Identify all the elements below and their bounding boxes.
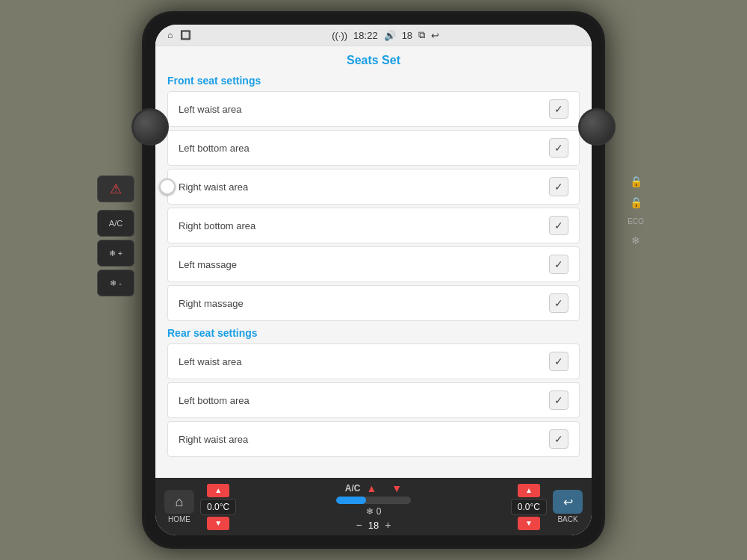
front-item-1-check: ✓ bbox=[549, 99, 568, 119]
front-item-left-bottom[interactable]: Left bottom area ✓ bbox=[167, 130, 580, 166]
front-item-right-massage[interactable]: Right massage ✓ bbox=[167, 285, 580, 321]
fan-value: 0 bbox=[376, 506, 382, 517]
front-item-2-check: ✓ bbox=[549, 138, 568, 158]
home-label: HOME bbox=[168, 515, 190, 523]
bottom-bar: ⌂ HOME ▲ 0.0°C ▼ A/C ▲ ▼ bbox=[155, 478, 592, 535]
ac-top-row: A/C ▲ ▼ bbox=[345, 482, 402, 494]
left-temp-display: 0.0°C bbox=[200, 499, 236, 515]
rear-item-2-wrapper: Left bottom area ✓ bbox=[167, 382, 580, 418]
left-side-controls: ⚠ A/C ❄ + ❄ - bbox=[97, 175, 134, 296]
left-temp-control: ▲ 0.0°C ▼ bbox=[200, 484, 236, 530]
ac-button[interactable]: A/C bbox=[97, 210, 134, 237]
lock-icon-1: 🔒 bbox=[630, 175, 642, 187]
front-item-3-wrapper: Right waist area ✓ bbox=[167, 169, 580, 205]
front-section-title: Front seat settings bbox=[167, 75, 580, 87]
rear-section-title: Rear seat settings bbox=[167, 327, 580, 339]
rear-item-left-waist[interactable]: Left waist area ✓ bbox=[167, 343, 580, 379]
fan-up-button[interactable]: ❄ + bbox=[97, 240, 134, 267]
right-knob[interactable] bbox=[578, 108, 616, 146]
page-title: Seats Set bbox=[167, 54, 580, 67]
left-temp-up-button[interactable]: ▲ bbox=[207, 484, 229, 497]
front-item-right-waist[interactable]: Right waist area ✓ bbox=[167, 169, 580, 205]
nav-status-icon: 🔲 bbox=[180, 30, 191, 40]
plus-button[interactable]: + bbox=[385, 519, 391, 531]
rear-item-3-label: Right waist area bbox=[179, 434, 248, 445]
front-item-4-check: ✓ bbox=[549, 216, 568, 235]
front-item-2-label: Left bottom area bbox=[179, 143, 249, 154]
front-item-4-label: Right bottom area bbox=[179, 220, 255, 231]
front-item-1-wrapper: Left waist area ✓ bbox=[167, 91, 580, 127]
right-temp-control: ▲ 0.0°C ▼ bbox=[511, 484, 547, 530]
front-item-2-wrapper: Left bottom area ✓ bbox=[167, 130, 580, 166]
ac-progress-bar bbox=[336, 497, 411, 504]
fan-down-icon: ❄ - bbox=[110, 279, 122, 288]
ac-label: A/C bbox=[109, 219, 123, 228]
front-item-5-wrapper: Left massage ✓ bbox=[167, 246, 580, 282]
front-item-right-bottom[interactable]: Right bottom area ✓ bbox=[167, 208, 580, 243]
screen-container: ⌂ 🔲 ((·)) 18:22 🔊 18 ⧉ ↩ Seats Set Front… bbox=[155, 25, 592, 535]
toggle-indicator bbox=[159, 178, 176, 195]
home-status-icon: ⌂ bbox=[167, 30, 173, 40]
front-item-3-label: Right waist area bbox=[179, 181, 248, 193]
main-content: Seats Set Front seat settings Left waist… bbox=[155, 46, 592, 478]
ac-down-arrow[interactable]: ▼ bbox=[391, 482, 402, 494]
front-item-5-label: Left massage bbox=[179, 259, 237, 270]
rear-item-left-bottom[interactable]: Left bottom area ✓ bbox=[167, 382, 580, 418]
rear-item-1-check: ✓ bbox=[549, 352, 568, 371]
right-temp-display: 0.0°C bbox=[511, 499, 547, 515]
rear-item-1-wrapper: Left waist area ✓ bbox=[167, 343, 580, 379]
rear-item-2-check: ✓ bbox=[549, 391, 568, 410]
left-temp-down-button[interactable]: ▼ bbox=[207, 517, 229, 530]
front-item-6-label: Right massage bbox=[179, 298, 244, 309]
back-button[interactable]: ↩ bbox=[553, 490, 583, 514]
front-item-1-label: Left waist area bbox=[179, 104, 242, 115]
home-button[interactable]: ⌂ bbox=[164, 490, 194, 514]
right-temp-down-button[interactable]: ▼ bbox=[518, 517, 540, 530]
temp-control: − 18 + bbox=[356, 519, 391, 531]
window-icon: ⧉ bbox=[418, 29, 425, 41]
home-button-group: ⌂ HOME bbox=[164, 490, 194, 523]
screen: ⌂ 🔲 ((·)) 18:22 🔊 18 ⧉ ↩ Seats Set Front… bbox=[155, 25, 592, 535]
rear-item-2-label: Left bottom area bbox=[179, 395, 249, 406]
ac-progress-fill bbox=[336, 497, 366, 504]
front-item-4-wrapper: Right bottom area ✓ bbox=[167, 208, 580, 243]
front-item-5-check: ✓ bbox=[549, 255, 568, 274]
fan-icon: ❄ bbox=[366, 506, 374, 517]
back-label: BACK bbox=[557, 515, 577, 523]
front-item-6-check: ✓ bbox=[549, 293, 568, 313]
lock-icon-2: 🔒 bbox=[630, 196, 642, 208]
front-item-6-wrapper: Right massage ✓ bbox=[167, 285, 580, 321]
ac-value: 18 bbox=[368, 520, 379, 531]
car-unit: ⚠ A/C ❄ + ❄ - 🔒 🔒 ECO ❄ ⌂ 🔲 (( bbox=[142, 11, 605, 549]
rear-item-3-wrapper: Right waist area ✓ bbox=[167, 421, 580, 457]
warning-icon: ⚠ bbox=[110, 181, 122, 197]
back-button-group: ↩ BACK bbox=[553, 490, 583, 523]
status-bar: ⌂ 🔲 ((·)) 18:22 🔊 18 ⧉ ↩ bbox=[155, 25, 592, 46]
right-side-icons: 🔒 🔒 ECO ❄ bbox=[627, 175, 644, 246]
ac-up-arrow[interactable]: ▲ bbox=[366, 482, 376, 494]
wifi-icon: ((·)) bbox=[332, 30, 347, 41]
ac-arrows: ▲ ▼ bbox=[366, 482, 402, 494]
volume-level: 18 bbox=[402, 30, 412, 41]
right-temp-up-button[interactable]: ▲ bbox=[518, 484, 540, 497]
leaf-icon: ❄ bbox=[631, 234, 640, 246]
front-item-left-massage[interactable]: Left massage ✓ bbox=[167, 246, 580, 282]
status-center: ((·)) 18:22 🔊 18 ⧉ ↩ bbox=[332, 29, 439, 41]
front-item-3-check: ✓ bbox=[549, 177, 568, 196]
fan-section: ❄ 0 bbox=[366, 506, 382, 517]
front-item-left-waist[interactable]: Left waist area ✓ bbox=[167, 91, 580, 127]
back-status-icon: ↩ bbox=[431, 30, 439, 41]
fan-up-icon: ❄ + bbox=[109, 249, 123, 258]
minus-button[interactable]: − bbox=[356, 519, 362, 531]
left-knob[interactable] bbox=[131, 108, 169, 146]
rear-item-right-waist[interactable]: Right waist area ✓ bbox=[167, 421, 580, 457]
volume-icon: 🔊 bbox=[384, 30, 396, 41]
clock: 18:22 bbox=[353, 30, 378, 41]
rear-item-1-label: Left waist area bbox=[179, 356, 242, 367]
warning-button[interactable]: ⚠ bbox=[97, 175, 134, 202]
ac-section: A/C ▲ ▼ ❄ 0 − 18 bbox=[242, 482, 505, 531]
eco-label: ECO bbox=[627, 217, 644, 225]
rear-item-3-check: ✓ bbox=[549, 429, 568, 449]
status-left: ⌂ 🔲 bbox=[167, 30, 191, 40]
fan-down-button[interactable]: ❄ - bbox=[97, 270, 134, 296]
